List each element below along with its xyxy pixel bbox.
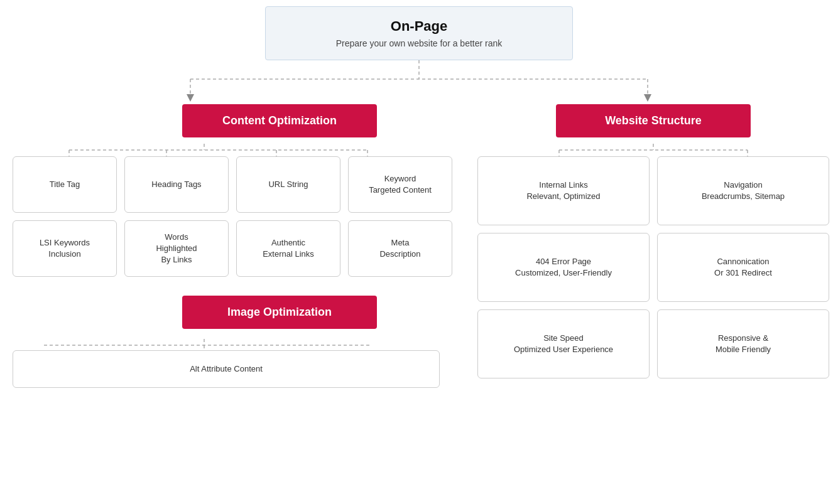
content-item-keyword-targeted: Keyword Targeted Content <box>348 156 452 213</box>
image-opt-section: Image Optimization Alt Attribute Content <box>13 296 452 388</box>
structure-item-internal-links: Internal Links Relevant, Optimized <box>477 156 650 225</box>
image-optimization-button[interactable]: Image Optimization <box>182 296 377 329</box>
top-box-title: On-Page <box>278 18 560 35</box>
content-item-heading-tags: Heading Tags <box>124 156 229 213</box>
alt-attribute-content-box: Alt Attribute Content <box>13 350 440 388</box>
structure-connector-svg <box>477 144 829 156</box>
structure-item-404-error: 404 Error Page Customized, User-Friendly <box>477 233 650 302</box>
content-connector <box>13 144 452 156</box>
content-item-authentic-links: Authentic External Links <box>236 220 340 277</box>
content-items-row2: LSI Keywords Inclusion Words Highlighted… <box>13 220 452 277</box>
structure-item-cannonication: Cannonication Or 301 Redirect <box>657 233 829 302</box>
structure-items-grid: Internal Links Relevant, Optimized Navig… <box>477 156 829 378</box>
content-items-row1: Title Tag Heading Tags URL String Keywor… <box>13 156 452 213</box>
top-connector-svg <box>13 60 825 104</box>
content-connector-svg <box>13 144 452 156</box>
diagram-container: On-Page Prepare your own website for a b… <box>0 0 838 504</box>
website-structure-button[interactable]: Website Structure <box>556 104 751 137</box>
content-item-lsi-keywords: LSI Keywords Inclusion <box>13 220 117 277</box>
website-structure-wrapper: Website Structure <box>477 104 829 137</box>
top-box-subtitle: Prepare your own website for a better ra… <box>278 38 560 48</box>
left-column: Content Optimization <box>13 104 465 388</box>
top-box: On-Page Prepare your own website for a b… <box>265 6 573 60</box>
content-opt-wrapper: Content Optimization <box>13 104 452 137</box>
content-item-meta-description: Meta Description <box>348 220 452 277</box>
right-column: Website Structure Internal Links Relevan… <box>465 104 829 388</box>
two-columns: Content Optimization <box>13 104 825 388</box>
content-item-url-string: URL String <box>236 156 340 213</box>
image-connector-svg <box>13 339 452 350</box>
content-item-words-highlighted: Words Highlighted By Links <box>124 220 229 277</box>
structure-item-responsive: Responsive & Mobile Friendly <box>657 309 829 378</box>
top-connector <box>13 60 825 104</box>
structure-item-navigation: Navigation Breadcrumbs, Sitemap <box>657 156 829 225</box>
image-connector <box>13 339 452 350</box>
structure-connector <box>477 144 829 156</box>
content-item-title-tag: Title Tag <box>13 156 117 213</box>
image-opt-wrapper: Image Optimization <box>13 296 452 329</box>
structure-item-site-speed: Site Speed Optimized User Experience <box>477 309 650 378</box>
content-optimization-button[interactable]: Content Optimization <box>182 104 377 137</box>
